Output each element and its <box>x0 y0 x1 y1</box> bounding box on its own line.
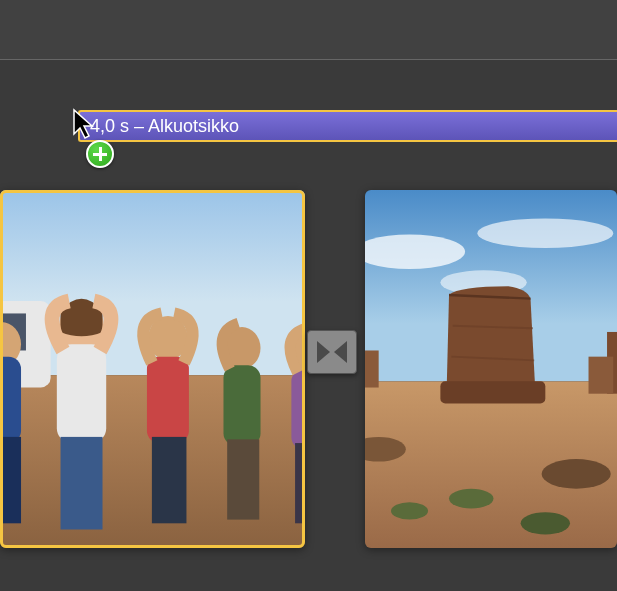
svg-point-30 <box>449 489 493 509</box>
clip-1-thumbnail <box>0 190 305 548</box>
clip-1-people[interactable] <box>0 190 305 548</box>
svg-rect-11 <box>147 357 189 443</box>
svg-rect-24 <box>365 350 379 387</box>
clip-2-thumbnail <box>365 190 617 548</box>
clip-2-monument[interactable] <box>365 190 617 548</box>
svg-rect-12 <box>152 437 187 523</box>
toolbar-strip <box>0 0 617 60</box>
svg-rect-9 <box>61 437 103 530</box>
svg-rect-17 <box>291 369 305 449</box>
timeline-area[interactable]: 4,0 s – Alkuotsikko <box>0 60 617 110</box>
svg-rect-15 <box>227 439 259 519</box>
title-clip[interactable]: 4,0 s – Alkuotsikko <box>78 110 617 142</box>
svg-rect-6 <box>0 437 21 523</box>
svg-point-31 <box>391 502 428 519</box>
svg-rect-8 <box>57 344 106 443</box>
add-icon <box>86 140 114 168</box>
svg-rect-14 <box>223 365 260 445</box>
svg-point-32 <box>521 512 570 534</box>
transition-icon[interactable] <box>307 330 357 374</box>
svg-point-29 <box>542 459 611 489</box>
svg-point-21 <box>477 218 613 248</box>
svg-rect-27 <box>440 381 545 403</box>
svg-rect-5 <box>0 357 21 443</box>
svg-rect-18 <box>295 443 305 523</box>
svg-rect-26 <box>589 357 614 394</box>
title-clip-label: 4,0 s – Alkuotsikko <box>90 116 239 137</box>
